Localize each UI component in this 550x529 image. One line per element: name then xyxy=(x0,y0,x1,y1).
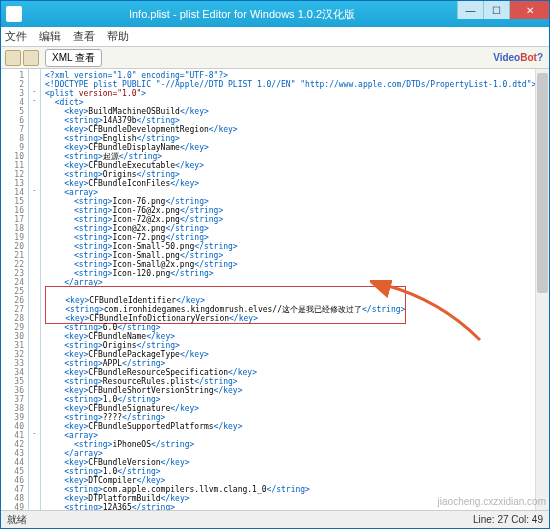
editor[interactable]: 1234567891011121314151617181920212223242… xyxy=(1,69,549,510)
open-icon[interactable] xyxy=(5,50,21,66)
fold-gutter[interactable]: ---- xyxy=(29,69,41,510)
titlebar[interactable]: Info.plist - plist Editor for Windows 1.… xyxy=(1,1,549,27)
scroll-thumb[interactable] xyxy=(537,73,548,293)
statusbar: 就绪 Line: 27 Col: 49 xyxy=(1,510,549,528)
window-controls: — ☐ ✕ xyxy=(457,1,549,27)
app-window: Info.plist - plist Editor for Windows 1.… xyxy=(0,0,550,529)
code-area[interactable]: <?xml version="1.0" encoding="UTF-8"?><!… xyxy=(41,69,549,510)
close-button[interactable]: ✕ xyxy=(509,1,549,19)
minimize-button[interactable]: — xyxy=(457,1,483,19)
toolbar: XML 查看 VideoBot? xyxy=(1,47,549,69)
brand-logo: VideoBot? xyxy=(493,52,543,63)
status-position: Line: 27 Col: 49 xyxy=(473,514,543,525)
app-icon xyxy=(6,6,22,22)
maximize-button[interactable]: ☐ xyxy=(483,1,509,19)
menubar: 文件 编辑 查看 帮助 xyxy=(1,27,549,47)
menu-help[interactable]: 帮助 xyxy=(107,29,129,44)
status-ready: 就绪 xyxy=(7,513,27,527)
menu-file[interactable]: 文件 xyxy=(5,29,27,44)
vertical-scrollbar[interactable] xyxy=(535,69,549,510)
save-icon[interactable] xyxy=(23,50,39,66)
xml-view-button[interactable]: XML 查看 xyxy=(45,49,102,67)
window-title: Info.plist - plist Editor for Windows 1.… xyxy=(27,7,457,22)
line-gutter: 1234567891011121314151617181920212223242… xyxy=(1,69,29,510)
menu-view[interactable]: 查看 xyxy=(73,29,95,44)
watermark: jiaocheng.cxzxidian.com xyxy=(438,496,546,507)
menu-edit[interactable]: 编辑 xyxy=(39,29,61,44)
